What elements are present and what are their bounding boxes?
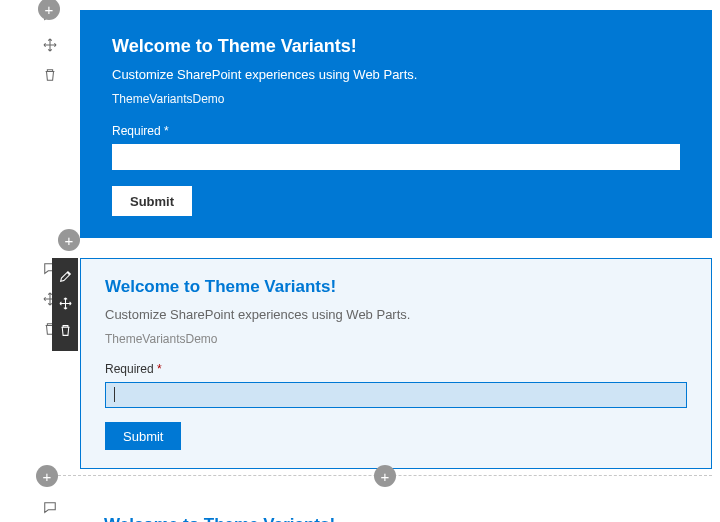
add-section-button[interactable]: + <box>36 465 58 487</box>
webpart-title: Welcome to Theme Variants! <box>105 277 687 297</box>
required-input[interactable] <box>105 382 687 408</box>
move-icon[interactable] <box>43 38 57 54</box>
field-label: Required * <box>112 124 680 138</box>
webpart-title: Welcome to Theme Variants! <box>104 515 688 522</box>
pencil-icon[interactable] <box>59 264 72 291</box>
webpart-soft-variant: Welcome to Theme Variants! Customize Sha… <box>80 258 712 469</box>
comment-icon[interactable] <box>43 501 57 517</box>
move-icon[interactable] <box>59 291 72 318</box>
webpart-subtitle: Customize SharePoint experiences using W… <box>112 67 680 82</box>
webpart-edit-toolbar <box>52 258 78 351</box>
webpart-strong-variant: Welcome to Theme Variants! Customize Sha… <box>80 10 712 238</box>
webpart-demo-name: ThemeVariantsDemo <box>105 332 687 346</box>
field-label: Required * <box>105 362 687 376</box>
submit-button[interactable]: Submit <box>105 422 181 450</box>
submit-button[interactable]: Submit <box>112 186 192 216</box>
webpart-demo-name: ThemeVariantsDemo <box>112 92 680 106</box>
required-asterisk: * <box>157 362 162 376</box>
webpart-subtitle: Customize SharePoint experiences using W… <box>105 307 687 322</box>
webpart-white-variant: Welcome to Theme Variants! Customize Sha… <box>80 497 712 522</box>
add-webpart-button-center[interactable]: + <box>374 465 396 487</box>
required-input[interactable] <box>112 144 680 170</box>
required-asterisk: * <box>164 124 169 138</box>
section-tools-3 <box>42 501 58 522</box>
trash-icon[interactable] <box>43 68 57 84</box>
add-section-button[interactable]: + <box>58 229 80 251</box>
trash-icon[interactable] <box>59 318 72 345</box>
webpart-title: Welcome to Theme Variants! <box>112 36 680 57</box>
